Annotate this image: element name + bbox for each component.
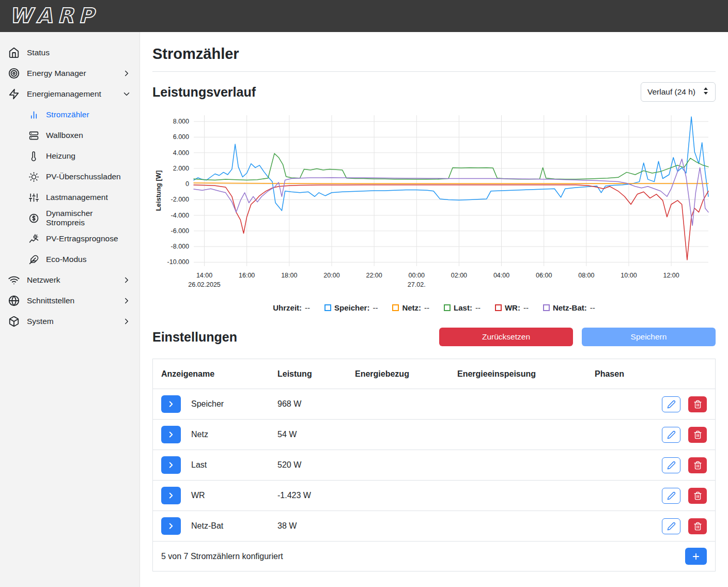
sidebar-item-label: System	[27, 317, 54, 326]
meter-power: 38 W	[277, 521, 355, 531]
sidebar-item-dynamischer-strompreis[interactable]: Dynamischer Strompreis	[0, 208, 140, 228]
col-anzeigename: Anzeigename	[161, 369, 277, 379]
sidebar-item-label: Dynamischer Strompreis	[46, 209, 131, 227]
settings-section-title: Einstellungen	[152, 330, 237, 345]
sidebar-item-pv-ueberschussladen[interactable]: PV-Überschussladen	[0, 166, 140, 187]
pencil-icon	[667, 461, 676, 470]
home-icon	[8, 47, 20, 58]
pencil-icon	[667, 522, 676, 531]
col-phasen: Phasen	[595, 369, 643, 379]
expand-row-button[interactable]	[161, 395, 181, 413]
edit-button[interactable]	[662, 488, 680, 504]
delete-button[interactable]	[688, 518, 707, 534]
reset-button[interactable]: Zurücksetzen	[439, 328, 573, 346]
sidebar-item-heizung[interactable]: Heizung	[0, 146, 140, 166]
chart-canvas: 8.0006.0004.0002.0000-2.000-4.000-6.000-…	[152, 107, 716, 299]
legend-netz: Netz:--	[392, 303, 429, 312]
sidebar-item-label: PV-Überschussladen	[46, 172, 121, 181]
chart-section-title: Leistungsverlauf	[152, 85, 256, 100]
history-range-select[interactable]: Verlauf (24 h)	[641, 82, 716, 102]
save-button[interactable]: Speichern	[582, 328, 716, 346]
meter-name: Netz	[191, 430, 208, 439]
meter-power: 54 W	[277, 430, 355, 439]
sidebar-item-status[interactable]: Status	[0, 42, 140, 63]
svg-text:-6.000: -6.000	[171, 227, 189, 235]
svg-text:06:00: 06:00	[536, 272, 552, 279]
add-meter-button[interactable]	[685, 548, 707, 565]
table-footer: 5 von 7 Stromzählern konfiguriert	[153, 541, 715, 571]
sidebar-item-label: Energy Manager	[27, 69, 86, 78]
edit-button[interactable]	[662, 457, 680, 473]
netz-swatch-icon	[392, 304, 399, 311]
edit-button[interactable]	[662, 518, 680, 534]
sidebar-item-label: Wallboxen	[46, 131, 83, 140]
expand-row-button[interactable]	[161, 456, 181, 474]
sidebar-item-label: PV-Ertragsprognose	[46, 234, 118, 243]
trash-icon	[693, 522, 702, 531]
legend-last: Last:--	[444, 303, 481, 312]
delete-button[interactable]	[688, 488, 707, 504]
svg-text:16:00: 16:00	[239, 272, 255, 279]
wifi-icon	[8, 274, 20, 286]
sidebar-item-pv-ertragsprognose[interactable]: PV-Ertragsprognose	[0, 228, 140, 249]
sidebar-item-system[interactable]: System	[0, 311, 140, 332]
sidebar: Status Energy Manager Energiemanagement	[0, 32, 140, 587]
chevron-right-icon	[122, 296, 131, 305]
meter-name: Last	[191, 460, 207, 470]
history-range-value: Verlauf (24 h)	[647, 87, 695, 97]
trash-icon	[693, 430, 702, 439]
svg-text:22:00: 22:00	[366, 272, 382, 279]
target-icon	[8, 68, 20, 79]
chevron-right-icon	[122, 69, 131, 78]
delete-button[interactable]	[688, 427, 707, 443]
sidebar-item-eco-modus[interactable]: Eco-Modus	[0, 249, 140, 270]
svg-text:04:00: 04:00	[493, 272, 509, 279]
legend-speicher: Speicher:--	[324, 303, 378, 312]
meter-power: -1.423 W	[277, 491, 355, 500]
main-content: Stromzähler Leistungsverlauf Verlauf (24…	[140, 32, 728, 587]
svg-text:27.02.: 27.02.	[408, 281, 426, 288]
zap-icon	[8, 88, 20, 100]
sidebar-item-energy-manager[interactable]: Energy Manager	[0, 63, 140, 84]
sidebar-item-label: Netzwerk	[27, 275, 60, 285]
feather-icon	[29, 255, 39, 265]
chevron-right-icon	[166, 399, 176, 409]
svg-text:02:00: 02:00	[451, 272, 467, 279]
sidebar-item-stromzaehler[interactable]: Stromzähler	[0, 104, 140, 125]
sidebar-item-wallboxen[interactable]: Wallboxen	[0, 125, 140, 146]
sidebar-item-label: Heizung	[46, 151, 75, 161]
sidebar-item-schnittstellen[interactable]: Schnittstellen	[0, 290, 140, 311]
delete-button[interactable]	[688, 457, 707, 473]
power-history-chart[interactable]: 8.0006.0004.0002.0000-2.000-4.000-6.000-…	[152, 107, 716, 301]
svg-text:-2.000: -2.000	[171, 196, 189, 203]
chart-legend: Uhrzeit:-- Speicher:-- Netz:-- Last:-- W…	[152, 303, 716, 312]
edit-button[interactable]	[662, 396, 680, 412]
pencil-icon	[667, 430, 676, 439]
chevron-down-icon	[122, 89, 131, 99]
bar-chart-icon	[29, 110, 39, 120]
svg-text:00:00: 00:00	[409, 272, 425, 279]
globe-icon	[8, 295, 20, 306]
expand-row-button[interactable]	[161, 487, 181, 504]
delete-button[interactable]	[688, 396, 707, 412]
meter-name: Speicher	[191, 399, 224, 409]
dollar-circle-icon	[29, 213, 39, 223]
svg-text:-4.000: -4.000	[171, 212, 189, 219]
sidebar-item-label: Stromzähler	[46, 110, 89, 119]
edit-button[interactable]	[662, 427, 680, 443]
legend-netz-bat: Netz-Bat:--	[543, 303, 595, 312]
sidebar-item-lastmanagement[interactable]: Lastmanagement	[0, 187, 140, 208]
select-arrows-icon	[703, 87, 709, 97]
table-row: Netz-Bat 38 W	[153, 511, 715, 541]
expand-row-button[interactable]	[161, 426, 181, 443]
meter-name: Netz-Bat	[191, 521, 223, 531]
chevron-right-icon	[166, 460, 176, 470]
sidebar-item-energiemanagement[interactable]: Energiemanagement	[0, 84, 140, 104]
expand-row-button[interactable]	[161, 517, 181, 535]
pencil-icon	[667, 491, 676, 500]
svg-text:20:00: 20:00	[323, 272, 339, 279]
svg-text:4.000: 4.000	[173, 149, 189, 157]
meter-name: WR	[191, 491, 205, 500]
warp-logo: WARP	[7, 4, 157, 28]
sidebar-item-netzwerk[interactable]: Netzwerk	[0, 270, 140, 290]
